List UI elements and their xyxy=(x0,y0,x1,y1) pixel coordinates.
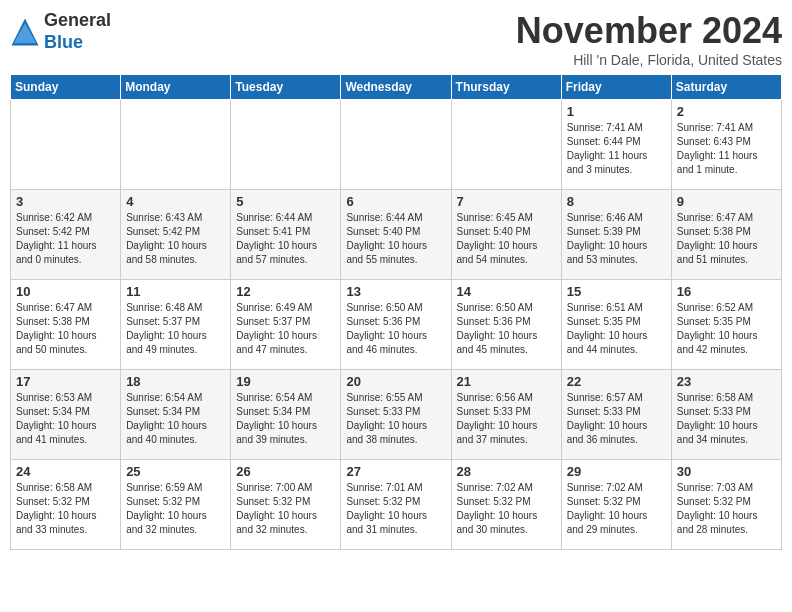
day-number: 1 xyxy=(567,104,666,119)
calendar-cell: 1Sunrise: 7:41 AM Sunset: 6:44 PM Daylig… xyxy=(561,100,671,190)
day-number: 19 xyxy=(236,374,335,389)
calendar-cell: 4Sunrise: 6:43 AM Sunset: 5:42 PM Daylig… xyxy=(121,190,231,280)
day-number: 22 xyxy=(567,374,666,389)
day-number: 7 xyxy=(457,194,556,209)
calendar-week-row: 10Sunrise: 6:47 AM Sunset: 5:38 PM Dayli… xyxy=(11,280,782,370)
day-info: Sunrise: 6:47 AM Sunset: 5:38 PM Dayligh… xyxy=(16,301,115,357)
day-number: 17 xyxy=(16,374,115,389)
logo: General Blue xyxy=(10,10,111,53)
day-info: Sunrise: 7:02 AM Sunset: 5:32 PM Dayligh… xyxy=(457,481,556,537)
calendar-cell: 10Sunrise: 6:47 AM Sunset: 5:38 PM Dayli… xyxy=(11,280,121,370)
day-info: Sunrise: 7:00 AM Sunset: 5:32 PM Dayligh… xyxy=(236,481,335,537)
day-number: 8 xyxy=(567,194,666,209)
day-number: 5 xyxy=(236,194,335,209)
day-number: 3 xyxy=(16,194,115,209)
calendar-week-row: 1Sunrise: 7:41 AM Sunset: 6:44 PM Daylig… xyxy=(11,100,782,190)
day-number: 21 xyxy=(457,374,556,389)
day-of-week-header: Monday xyxy=(121,75,231,100)
calendar-cell: 3Sunrise: 6:42 AM Sunset: 5:42 PM Daylig… xyxy=(11,190,121,280)
calendar-cell: 14Sunrise: 6:50 AM Sunset: 5:36 PM Dayli… xyxy=(451,280,561,370)
day-info: Sunrise: 6:48 AM Sunset: 5:37 PM Dayligh… xyxy=(126,301,225,357)
calendar-cell: 9Sunrise: 6:47 AM Sunset: 5:38 PM Daylig… xyxy=(671,190,781,280)
day-info: Sunrise: 7:01 AM Sunset: 5:32 PM Dayligh… xyxy=(346,481,445,537)
logo-icon xyxy=(10,17,40,47)
day-of-week-header: Sunday xyxy=(11,75,121,100)
day-info: Sunrise: 6:58 AM Sunset: 5:32 PM Dayligh… xyxy=(16,481,115,537)
day-info: Sunrise: 7:03 AM Sunset: 5:32 PM Dayligh… xyxy=(677,481,776,537)
calendar-cell: 5Sunrise: 6:44 AM Sunset: 5:41 PM Daylig… xyxy=(231,190,341,280)
day-info: Sunrise: 6:53 AM Sunset: 5:34 PM Dayligh… xyxy=(16,391,115,447)
calendar-cell: 12Sunrise: 6:49 AM Sunset: 5:37 PM Dayli… xyxy=(231,280,341,370)
day-number: 10 xyxy=(16,284,115,299)
day-number: 16 xyxy=(677,284,776,299)
calendar-cell: 21Sunrise: 6:56 AM Sunset: 5:33 PM Dayli… xyxy=(451,370,561,460)
calendar-cell: 26Sunrise: 7:00 AM Sunset: 5:32 PM Dayli… xyxy=(231,460,341,550)
day-info: Sunrise: 6:58 AM Sunset: 5:33 PM Dayligh… xyxy=(677,391,776,447)
day-number: 24 xyxy=(16,464,115,479)
day-number: 23 xyxy=(677,374,776,389)
day-number: 15 xyxy=(567,284,666,299)
day-of-week-header: Thursday xyxy=(451,75,561,100)
svg-marker-1 xyxy=(14,23,37,43)
location: Hill 'n Dale, Florida, United States xyxy=(516,52,782,68)
day-info: Sunrise: 6:50 AM Sunset: 5:36 PM Dayligh… xyxy=(457,301,556,357)
day-number: 30 xyxy=(677,464,776,479)
day-info: Sunrise: 6:49 AM Sunset: 5:37 PM Dayligh… xyxy=(236,301,335,357)
day-info: Sunrise: 6:50 AM Sunset: 5:36 PM Dayligh… xyxy=(346,301,445,357)
day-info: Sunrise: 7:41 AM Sunset: 6:43 PM Dayligh… xyxy=(677,121,776,177)
calendar-cell: 27Sunrise: 7:01 AM Sunset: 5:32 PM Dayli… xyxy=(341,460,451,550)
day-info: Sunrise: 6:51 AM Sunset: 5:35 PM Dayligh… xyxy=(567,301,666,357)
day-info: Sunrise: 6:57 AM Sunset: 5:33 PM Dayligh… xyxy=(567,391,666,447)
calendar-cell: 11Sunrise: 6:48 AM Sunset: 5:37 PM Dayli… xyxy=(121,280,231,370)
calendar-cell xyxy=(231,100,341,190)
calendar-cell: 18Sunrise: 6:54 AM Sunset: 5:34 PM Dayli… xyxy=(121,370,231,460)
day-info: Sunrise: 6:42 AM Sunset: 5:42 PM Dayligh… xyxy=(16,211,115,267)
calendar-cell: 6Sunrise: 6:44 AM Sunset: 5:40 PM Daylig… xyxy=(341,190,451,280)
calendar-cell xyxy=(11,100,121,190)
day-info: Sunrise: 6:44 AM Sunset: 5:41 PM Dayligh… xyxy=(236,211,335,267)
calendar-week-row: 3Sunrise: 6:42 AM Sunset: 5:42 PM Daylig… xyxy=(11,190,782,280)
day-number: 20 xyxy=(346,374,445,389)
month-title: November 2024 xyxy=(516,10,782,52)
day-number: 12 xyxy=(236,284,335,299)
page-header: General Blue November 2024 Hill 'n Dale,… xyxy=(10,10,782,68)
day-number: 14 xyxy=(457,284,556,299)
day-info: Sunrise: 6:47 AM Sunset: 5:38 PM Dayligh… xyxy=(677,211,776,267)
day-info: Sunrise: 7:02 AM Sunset: 5:32 PM Dayligh… xyxy=(567,481,666,537)
day-number: 29 xyxy=(567,464,666,479)
day-of-week-header: Tuesday xyxy=(231,75,341,100)
calendar-cell: 7Sunrise: 6:45 AM Sunset: 5:40 PM Daylig… xyxy=(451,190,561,280)
day-info: Sunrise: 6:46 AM Sunset: 5:39 PM Dayligh… xyxy=(567,211,666,267)
day-info: Sunrise: 6:44 AM Sunset: 5:40 PM Dayligh… xyxy=(346,211,445,267)
day-info: Sunrise: 6:52 AM Sunset: 5:35 PM Dayligh… xyxy=(677,301,776,357)
day-info: Sunrise: 6:43 AM Sunset: 5:42 PM Dayligh… xyxy=(126,211,225,267)
calendar-cell xyxy=(121,100,231,190)
day-number: 18 xyxy=(126,374,225,389)
day-number: 26 xyxy=(236,464,335,479)
day-number: 9 xyxy=(677,194,776,209)
calendar-table: SundayMondayTuesdayWednesdayThursdayFrid… xyxy=(10,74,782,550)
calendar-cell: 15Sunrise: 6:51 AM Sunset: 5:35 PM Dayli… xyxy=(561,280,671,370)
day-info: Sunrise: 6:56 AM Sunset: 5:33 PM Dayligh… xyxy=(457,391,556,447)
calendar-cell: 13Sunrise: 6:50 AM Sunset: 5:36 PM Dayli… xyxy=(341,280,451,370)
day-info: Sunrise: 6:54 AM Sunset: 5:34 PM Dayligh… xyxy=(236,391,335,447)
day-info: Sunrise: 6:45 AM Sunset: 5:40 PM Dayligh… xyxy=(457,211,556,267)
day-number: 11 xyxy=(126,284,225,299)
calendar-cell: 20Sunrise: 6:55 AM Sunset: 5:33 PM Dayli… xyxy=(341,370,451,460)
day-number: 27 xyxy=(346,464,445,479)
day-number: 4 xyxy=(126,194,225,209)
day-info: Sunrise: 7:41 AM Sunset: 6:44 PM Dayligh… xyxy=(567,121,666,177)
calendar-cell: 19Sunrise: 6:54 AM Sunset: 5:34 PM Dayli… xyxy=(231,370,341,460)
day-info: Sunrise: 6:55 AM Sunset: 5:33 PM Dayligh… xyxy=(346,391,445,447)
calendar-cell: 2Sunrise: 7:41 AM Sunset: 6:43 PM Daylig… xyxy=(671,100,781,190)
calendar-cell: 23Sunrise: 6:58 AM Sunset: 5:33 PM Dayli… xyxy=(671,370,781,460)
day-number: 13 xyxy=(346,284,445,299)
day-info: Sunrise: 6:59 AM Sunset: 5:32 PM Dayligh… xyxy=(126,481,225,537)
day-number: 25 xyxy=(126,464,225,479)
calendar-header: SundayMondayTuesdayWednesdayThursdayFrid… xyxy=(11,75,782,100)
day-number: 6 xyxy=(346,194,445,209)
calendar-cell: 16Sunrise: 6:52 AM Sunset: 5:35 PM Dayli… xyxy=(671,280,781,370)
calendar-cell xyxy=(341,100,451,190)
day-info: Sunrise: 6:54 AM Sunset: 5:34 PM Dayligh… xyxy=(126,391,225,447)
day-of-week-header: Wednesday xyxy=(341,75,451,100)
